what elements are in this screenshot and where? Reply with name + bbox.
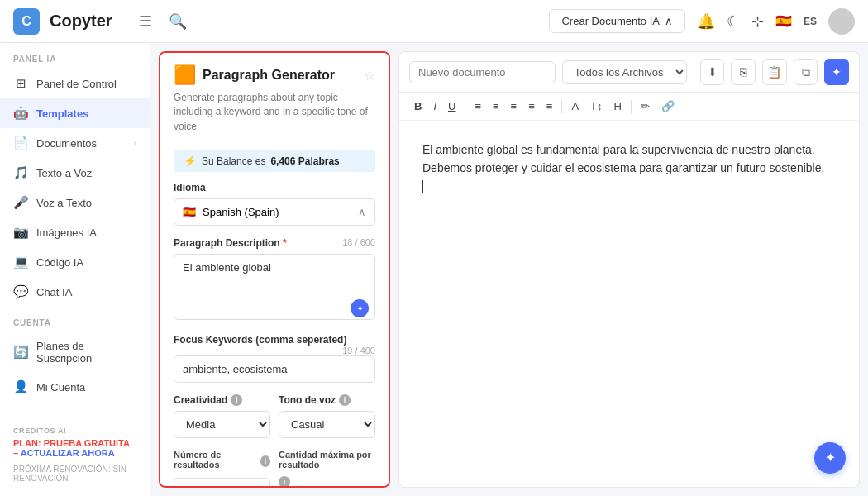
editor-cursor: [422, 180, 423, 193]
chevron-down-icon: ∧: [358, 206, 366, 218]
num-resultados-info-icon[interactable]: i: [260, 455, 270, 467]
star-icon[interactable]: ☆: [364, 68, 375, 83]
sidebar: PANEL IA ⊞ Panel de Control 🤖 Templates …: [0, 43, 150, 496]
documentos-icon: 📄: [13, 136, 28, 150]
menu-icon[interactable]: ☰: [136, 9, 155, 34]
sidebar-item-documentos[interactable]: 📄 Documentos ›: [0, 128, 150, 158]
sidebar-item-label: Documentos: [36, 137, 97, 150]
duplicate-icon-btn[interactable]: ⧉: [794, 59, 818, 85]
num-resultados-group: Número de resultados i: [174, 450, 270, 488]
generate-icon-btn[interactable]: ✦: [824, 59, 849, 85]
tono-select[interactable]: Formal Casual Profesional: [279, 411, 375, 438]
list-btn[interactable]: ≡: [541, 98, 558, 115]
crear-btn-label: Crear Documento IA: [561, 15, 660, 27]
file-icon-btn[interactable]: 📋: [762, 59, 787, 85]
cantidad-group: Cantidad máxima por resultado i: [279, 450, 375, 488]
download-icon-btn[interactable]: ⬇: [700, 59, 725, 85]
copy-icon-btn[interactable]: ⎘: [731, 59, 756, 85]
line-height-btn[interactable]: T↕: [585, 98, 607, 115]
creatividad-select[interactable]: Baja Media Alta: [174, 411, 270, 438]
sidebar-item-panel-control[interactable]: ⊞ Panel de Control: [0, 69, 150, 98]
idioma-label: Idioma: [174, 182, 375, 193]
focus-keywords-input[interactable]: [174, 355, 375, 383]
panel-control-icon: ⊞: [13, 76, 28, 91]
num-resultados-label: Número de resultados: [174, 450, 257, 470]
creatividad-info-icon[interactable]: i: [231, 394, 242, 406]
app-name: Copyter: [50, 12, 112, 31]
paragraph-desc-chars: 18 / 600: [342, 237, 375, 247]
pen-btn[interactable]: ✏: [636, 98, 655, 115]
balance-value: 6,406 Palabras: [270, 155, 339, 167]
sidebar-item-label: Código IA: [36, 256, 83, 269]
link-btn[interactable]: 🔗: [656, 98, 680, 115]
editor-text: El ambiente global es fundamental para l…: [422, 141, 836, 178]
sidebar-item-label: Mi Cuenta: [36, 381, 85, 393]
editor-fab-btn[interactable]: ✦: [814, 442, 846, 474]
dark-mode-icon[interactable]: ☾: [727, 12, 740, 31]
sidebar-item-label: Imágenes IA: [36, 227, 97, 239]
align-center-btn[interactable]: ≡: [488, 98, 504, 115]
chevron-right-icon: ›: [134, 139, 136, 148]
bold-btn[interactable]: B: [409, 98, 427, 115]
align-justify-btn[interactable]: ≡: [523, 98, 540, 115]
focus-keywords-group: Focus Keywords (comma seperated) 19 / 40…: [174, 334, 375, 383]
cantidad-info-icon[interactable]: i: [279, 476, 290, 488]
logo-icon: C: [13, 8, 40, 35]
fullscreen-icon[interactable]: ⊹: [751, 12, 764, 31]
focus-keywords-label: Focus Keywords (comma seperated) 19 / 40…: [174, 334, 375, 346]
sidebar-item-imagenes-ia[interactable]: 📷 Imágenes IA: [0, 217, 150, 247]
codigo-ia-icon: 💻: [13, 255, 28, 269]
tono-info-icon[interactable]: i: [339, 394, 351, 406]
tono-label: Tono de voz: [279, 394, 336, 406]
sidebar-item-mi-cuenta[interactable]: 👤 Mi Cuenta: [0, 372, 150, 402]
sidebar-item-label: Planes de Suscripción: [36, 340, 136, 365]
font-color-btn[interactable]: A: [566, 98, 584, 115]
balance-icon: ⚡: [184, 155, 197, 167]
credits-plan: PLAN: PRUEBA GRATUITA – ACTUALIZAR AHORA: [13, 438, 136, 458]
templates-icon: 🤖: [13, 106, 28, 121]
sidebar-item-label: Chat IA: [36, 286, 72, 298]
search-icon[interactable]: 🔍: [165, 9, 190, 34]
chevron-up-icon: ∧: [665, 15, 673, 27]
sidebar-item-label: Templates: [36, 107, 88, 120]
creditos-label: CRÉDITOS AI: [13, 427, 136, 435]
tono-group: Tono de voz i Formal Casual Profesional: [279, 394, 375, 438]
mi-cuenta-icon: 👤: [13, 379, 28, 394]
form-header: 🟧 Paragraph Generator ☆ Generate paragra…: [160, 53, 389, 141]
renewal-text: PRÓXIMA RENOVACIÓN: SIN RENOVACIÓN: [0, 461, 150, 489]
imagenes-ia-icon: 📷: [13, 225, 28, 240]
sidebar-item-templates[interactable]: 🤖 Templates: [0, 98, 150, 128]
underline-btn[interactable]: U: [443, 98, 460, 115]
chat-ia-icon: 💬: [13, 284, 28, 299]
notification-icon[interactable]: 🔔: [697, 12, 715, 31]
cantidad-label: Cantidad máxima por resultado: [279, 450, 375, 470]
sidebar-item-codigo-ia[interactable]: 💻 Código IA: [0, 247, 150, 277]
language-select[interactable]: 🇪🇸 Spanish (Spain) ∧: [174, 198, 375, 226]
spain-flag-icon: 🇪🇸: [183, 206, 196, 218]
paragraph-desc-textarea[interactable]: [174, 254, 375, 320]
sidebar-item-label: Texto a Voz: [36, 167, 92, 179]
user-avatar[interactable]: [828, 8, 855, 35]
doc-name-input[interactable]: [409, 61, 556, 83]
sidebar-item-chat-ia[interactable]: 💬 Chat IA: [0, 277, 150, 307]
align-right-btn[interactable]: ≡: [506, 98, 522, 115]
form-title: Paragraph Generator: [203, 68, 335, 83]
top-navbar: C Copyter ☰ 🔍 Crear Documento IA ∧ 🔔 ☾ ⊹…: [0, 0, 868, 43]
flag-icon: 🇪🇸: [775, 13, 792, 29]
upgrade-link[interactable]: ACTUALIZAR AHORA: [21, 448, 115, 458]
italic-btn[interactable]: I: [428, 98, 441, 115]
editor-content[interactable]: El ambiente global es fundamental para l…: [399, 121, 859, 487]
form-icon: 🟧: [174, 64, 196, 86]
heading-btn[interactable]: H: [609, 98, 627, 115]
paragraph-desc-label: Paragraph Description * 18 / 600: [174, 237, 375, 249]
editor-format-bar: B I U ≡ ≡ ≡ ≡ ≡ A T↕ H ✏ 🔗: [399, 93, 859, 121]
num-resultados-input[interactable]: [174, 478, 270, 488]
ai-assist-badge[interactable]: ✦: [351, 299, 369, 317]
sidebar-item-texto-voz[interactable]: 🎵 Texto a Voz: [0, 158, 150, 188]
file-select[interactable]: Todos los Archivos: [562, 60, 687, 84]
align-left-btn[interactable]: ≡: [470, 98, 486, 115]
paragraph-desc-group: Paragraph Description * 18 / 600 ✦: [174, 237, 375, 322]
sidebar-item-voz-texto[interactable]: 🎤 Voz a Texto: [0, 188, 150, 217]
sidebar-item-planes[interactable]: 🔄 Planes de Suscripción: [0, 332, 150, 372]
crear-documento-button[interactable]: Crear Documento IA ∧: [549, 9, 685, 33]
